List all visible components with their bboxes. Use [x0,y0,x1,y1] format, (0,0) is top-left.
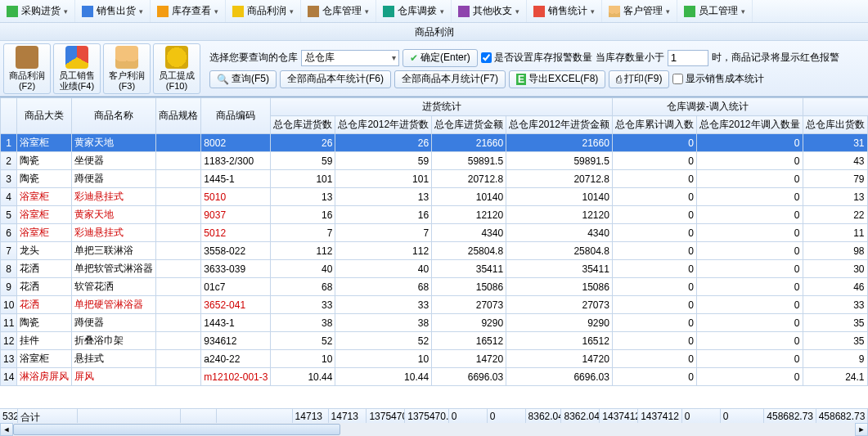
menu-icon [232,6,244,17]
main-menubar: 采购进货▾销售出货▾库存查看▾商品利润▾仓库管理▾仓库调拨▾其他收支▾销售统计▾… [0,0,868,23]
table-row[interactable]: 5浴室柜黄家天地90371616121201212000222230144301… [1,206,869,224]
table-row[interactable]: 4浴室柜彩迪悬挂式5010131310140101400013132405624… [1,188,869,206]
menu-2[interactable]: 库存查看▾ [151,0,226,22]
menu-icon [684,6,695,17]
table-row[interactable]: 7龙头单把三联淋浴3558-02211211225804.825804.8009… [1,242,869,260]
table-row[interactable]: 12挂件折叠浴巾架9346125252165121651200353517340… [1,332,869,350]
print-button[interactable]: ⎙打印(F9) [609,70,669,88]
chevron-down-icon: ▾ [515,7,519,16]
menu-icon [82,6,93,17]
bigbtn-icon [65,46,88,69]
confirm-button[interactable]: ✔确定(Enter) [403,49,478,67]
menu-8[interactable]: 客户管理▾ [602,0,677,22]
excel-icon: E [516,74,526,85]
toolbar: 商品利润(F2)员工销售业绩(F4)客户利润(F3)员工提成(F10) 选择您要… [0,41,868,97]
table-row[interactable]: 9花洒软管花洒01c768681508615086004646203532035… [1,278,869,296]
bigbtn-1[interactable]: 员工销售业绩(F4) [53,43,101,94]
menu-icon [383,6,394,17]
table-row[interactable]: 13浴室柜悬挂式a240-221010147201472000991945719… [1,350,869,368]
table-row[interactable]: 1浴室柜黄家天地80022626216602166000313151938519… [1,134,869,152]
scroll-thumb[interactable] [13,424,340,435]
month-stat-button[interactable]: 全部商品本月统计(F7) [394,70,506,88]
chevron-down-icon: ▾ [591,7,595,16]
bigbtn-icon [165,46,188,69]
query-warehouse-label: 选择您要查询的仓库 [209,51,298,65]
export-excel-button[interactable]: E导出EXCEL(F8) [509,70,605,88]
search-icon: 🔍 [217,74,229,85]
chevron-down-icon: ▾ [365,7,369,16]
chevron-down-icon: ▾ [741,7,745,16]
tail-label: 时，商品记录将显示红色报警 [712,51,839,65]
print-icon: ⎙ [616,74,622,85]
bigbtn-icon [16,46,38,69]
menu-9[interactable]: 员工管理▾ [677,0,753,22]
chevron-down-icon: ▾ [666,7,670,16]
menu-3[interactable]: 商品利润▾ [226,0,301,22]
table-row[interactable]: 2陶瓷坐便器1183-2/300595959891.559891.5004343… [1,152,869,170]
showcost-checkbox[interactable]: 显示销售成本统计 [672,72,764,86]
menu-icon [533,6,545,17]
query-button[interactable]: 🔍查询(F5) [209,70,277,88]
table-row[interactable]: 3陶瓷蹲便器1445-110110120712.820712.800797930… [1,170,869,188]
menu-6[interactable]: 其他收支▾ [452,0,527,22]
menu-1[interactable]: 销售出货▾ [75,0,151,22]
warehouse-combo[interactable]: 总仓库 [301,50,399,66]
chevron-down-icon: ▾ [440,7,444,16]
menu-4[interactable]: 仓库管理▾ [301,0,376,22]
bigbtn-3[interactable]: 员工提成(F10) [153,43,200,94]
alarm-checkbox[interactable]: 是否设置库存报警数量 [481,51,592,65]
table-row[interactable]: 11陶瓷蹲便器1443-1383892909290003535159151591… [1,314,869,332]
table-row[interactable]: 8花洒单把软管式淋浴器3633-039404035411354110030303… [1,260,869,278]
alarm-qty-input[interactable] [668,50,708,66]
menu-icon [308,6,319,17]
bigbtn-icon [115,46,138,69]
lessthan-label: 当库存数量小于 [596,51,664,65]
menu-icon [609,6,620,17]
chevron-down-icon: ▾ [290,7,294,16]
chevron-down-icon: ▾ [64,7,68,16]
menu-icon [7,6,18,17]
scroll-right-arrow[interactable]: ► [855,423,868,436]
table-row[interactable]: 6浴室柜彩迪悬挂式5012774340434000111118883188830… [1,224,869,242]
chevron-down-icon: ▾ [214,7,218,16]
menu-icon [458,6,470,17]
chevron-down-icon: ▾ [139,7,143,16]
menu-7[interactable]: 销售统计▾ [527,0,602,22]
table-row[interactable]: 10花洒单把硬管淋浴器3652-041333327073270730033333… [1,296,869,314]
menu-0[interactable]: 采购进货▾ [0,0,75,22]
scroll-left-arrow[interactable]: ◄ [0,423,13,436]
page-title: 商品利润 [0,23,868,41]
menu-icon [157,6,169,17]
horizontal-scrollbar[interactable]: ◄ ► [0,423,868,436]
bigbtn-0[interactable]: 商品利润(F2) [3,43,51,94]
data-grid[interactable]: 商品大类商品名称商品规格商品编码进货统计仓库调拨-调入统计销售统计仓库调拨-调出… [0,97,868,408]
table-row[interactable]: 14淋浴房屏风屏风m12102-001-310.4410.446696.0366… [1,368,869,386]
year-stat-button[interactable]: 全部商品本年统计(F6) [280,70,391,88]
bigbtn-2[interactable]: 客户利润(F3) [103,43,151,94]
menu-5[interactable]: 仓库调拨▾ [376,0,452,22]
summary-footer: 532合计14713147131375470.11375470.1008362.… [0,408,868,423]
